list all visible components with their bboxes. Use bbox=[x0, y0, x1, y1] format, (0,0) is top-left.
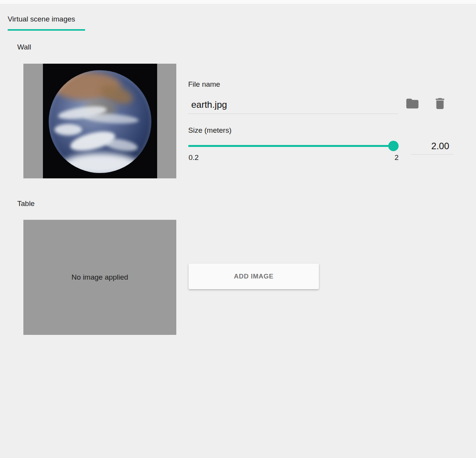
file-name-label: File name bbox=[188, 80, 220, 89]
size-label: Size (meters) bbox=[188, 126, 231, 135]
no-image-applied-text: No image applied bbox=[72, 273, 128, 282]
add-image-button[interactable]: ADD IMAGE bbox=[189, 264, 319, 289]
page-title: Virtual scene images bbox=[8, 15, 75, 23]
delete-image-button[interactable] bbox=[432, 95, 448, 112]
slider-track[interactable] bbox=[188, 145, 399, 147]
table-image-preview: No image applied bbox=[23, 220, 176, 335]
file-name-field[interactable]: earth.jpg bbox=[188, 96, 398, 114]
wall-earth-image bbox=[43, 64, 157, 178]
slider-min-label: 0.2 bbox=[189, 153, 199, 162]
wall-section-label: Wall bbox=[17, 43, 31, 51]
slider-max-label: 2 bbox=[364, 153, 399, 162]
folder-icon bbox=[404, 96, 420, 111]
virtual-scene-images-panel: Virtual scene images Wall bbox=[0, 0, 476, 458]
size-value-field[interactable]: 2.00 bbox=[411, 138, 453, 155]
wall-image-preview bbox=[23, 64, 176, 178]
top-edge-highlight bbox=[0, 0, 476, 4]
page-title-underline bbox=[8, 29, 85, 31]
trash-icon bbox=[433, 96, 447, 112]
open-file-button[interactable] bbox=[404, 96, 421, 111]
table-section-label: Table bbox=[17, 199, 34, 208]
size-slider[interactable] bbox=[188, 140, 399, 151]
earth-photo bbox=[43, 64, 157, 178]
slider-handle[interactable] bbox=[388, 141, 399, 151]
file-name-value: earth.jpg bbox=[191, 99, 227, 110]
